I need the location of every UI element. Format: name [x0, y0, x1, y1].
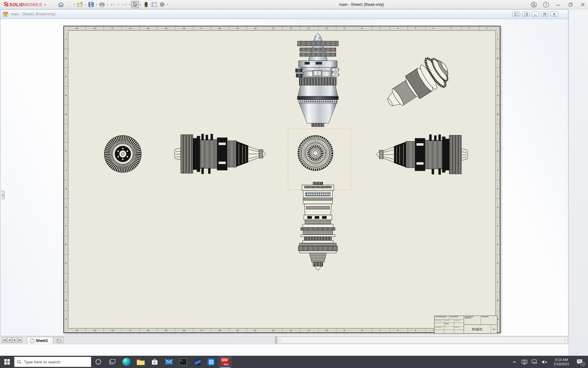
mail-button[interactable]	[162, 356, 176, 368]
zone-label: 19	[157, 26, 175, 30]
new-dropdown-arrow[interactable]: ▾	[73, 3, 76, 6]
zone-label: 4	[424, 26, 442, 30]
minimize-button[interactable]	[555, 1, 562, 8]
first-sheet-button[interactable]: |◀	[2, 337, 7, 343]
task-view-icon	[109, 359, 115, 365]
undo-dropdown-arrow[interactable]: ▾	[117, 3, 120, 6]
previous-sheet-icon: ◀	[9, 339, 10, 341]
task-pane-strip[interactable]	[568, 9, 588, 356]
options-button[interactable]	[158, 1, 166, 8]
options-dropdown-arrow[interactable]: ▾	[166, 3, 169, 6]
document-window-titlebar[interactable]: main - Sheet1 [Read-only]	[0, 9, 568, 19]
drawing-view-fan-front[interactable]	[103, 134, 142, 174]
doc-minimize-button[interactable]	[531, 12, 539, 17]
document-properties-button[interactable]	[150, 1, 158, 8]
clock-time: 9:16 AM	[554, 358, 569, 362]
menu-flyout-arrow-icon[interactable]: ▸	[45, 3, 46, 6]
help-button[interactable]: ?	[543, 1, 549, 8]
drawing-view-top-shaded[interactable]	[295, 33, 341, 128]
solidworks-logo[interactable]: SOLIDWORKS ▸	[0, 0, 49, 9]
volume-button[interactable]	[541, 357, 548, 366]
zone-label: 22	[104, 328, 121, 332]
select-tool-button[interactable]	[131, 1, 139, 8]
performance-evaluation-button[interactable]	[142, 1, 150, 8]
edge-button[interactable]	[119, 356, 134, 368]
title-block-size-code: A0	[491, 325, 497, 333]
drawing-view-side-right[interactable]	[376, 133, 468, 176]
graphics-area[interactable]: 242322212019181716151413121110987654321 …	[0, 19, 568, 336]
save-dropdown-arrow[interactable]: ▾	[95, 3, 98, 6]
action-center-button[interactable]: 1	[575, 357, 585, 366]
document-window-buttons	[512, 12, 558, 17]
redo-dropdown-arrow[interactable]: ▾	[128, 3, 131, 6]
pane-left-button[interactable]	[512, 12, 520, 17]
doc-restore-button[interactable]	[541, 12, 548, 17]
drawing-view-side-left[interactable]	[174, 132, 266, 176]
print-dropdown-arrow[interactable]: ▾	[106, 3, 109, 6]
open-button[interactable]	[76, 1, 84, 8]
photos-button[interactable]	[204, 356, 218, 368]
close-button[interactable]	[579, 1, 586, 8]
store-button[interactable]	[148, 356, 162, 368]
tab-scroll-splitter[interactable]	[275, 336, 277, 344]
edge-icon	[123, 358, 130, 366]
print-button[interactable]	[98, 1, 106, 8]
zone-label: 15	[228, 328, 246, 332]
undo-button[interactable]	[109, 1, 117, 8]
add-sheet-button[interactable]	[53, 337, 64, 344]
zone-label: C	[496, 273, 500, 291]
close-icon	[581, 3, 585, 6]
open-dropdown-arrow[interactable]: ▾	[84, 3, 87, 6]
system-tray: 9:16 AM 2/19/2021 1	[511, 357, 588, 366]
new-document-button[interactable]	[65, 1, 73, 8]
status-strip	[0, 344, 568, 356]
last-sheet-button[interactable]: ▶|	[18, 337, 22, 343]
account-button[interactable]	[530, 1, 537, 8]
select-dropdown-arrow[interactable]: ▾	[139, 3, 142, 6]
zone-label: 24	[68, 26, 86, 30]
scroll-right-icon[interactable]: ›	[564, 338, 566, 343]
document-title: main - Sheet1 [Read-only]	[11, 12, 55, 16]
network-button[interactable]	[531, 357, 538, 366]
drawing-view-isometric[interactable]	[381, 44, 464, 117]
zone-label: 23	[86, 26, 104, 30]
zone-label: 12	[282, 26, 300, 30]
search-input[interactable]	[24, 360, 85, 364]
terminal-button[interactable]: >_	[176, 356, 190, 368]
horizontal-scrollbar[interactable]: ‹ ›	[277, 337, 568, 343]
drawing-sheet[interactable]: 242322212019181716151413121110987654321 …	[63, 26, 500, 333]
clock-date: 2/19/2021	[554, 362, 569, 366]
zone-label: N	[496, 86, 500, 105]
zone-label: 9	[335, 328, 353, 332]
taskbar-clock[interactable]: 9:16 AM 2/19/2021	[551, 358, 572, 366]
drawing-view-rear-center[interactable]	[296, 134, 335, 172]
home-button[interactable]	[57, 1, 65, 8]
zone-label: 23	[86, 328, 104, 332]
taskbar-search[interactable]	[14, 357, 91, 367]
scroll-left-icon[interactable]: ‹	[279, 338, 281, 343]
zone-label: T	[496, 30, 500, 49]
show-hidden-icons-button[interactable]	[511, 357, 518, 366]
redo-button[interactable]	[120, 1, 128, 8]
next-sheet-button[interactable]: ▶	[13, 337, 17, 343]
select-cursor-icon	[133, 2, 137, 7]
save-button[interactable]	[87, 1, 95, 8]
tab-sheet1[interactable]: Sheet1	[27, 337, 53, 344]
meet-now-button[interactable]	[521, 357, 528, 366]
zone-label: L	[64, 124, 68, 142]
cortana-button[interactable]	[91, 356, 105, 368]
doc-close-button[interactable]	[550, 12, 558, 17]
sheet-drawing-field[interactable]: main A0	[68, 30, 496, 328]
title-block[interactable]: main A0	[434, 316, 497, 334]
drawing-view-bottom[interactable]	[297, 182, 339, 271]
task-view-button[interactable]	[105, 356, 119, 368]
previous-sheet-button[interactable]: ◀	[7, 337, 12, 343]
pane-right-button[interactable]	[522, 12, 530, 17]
edrawings-button[interactable]	[190, 356, 204, 368]
zone-label: H	[496, 179, 500, 198]
solidworks-taskbar-button[interactable]: SW 2021	[218, 356, 232, 368]
restore-button[interactable]	[567, 1, 574, 8]
start-button[interactable]	[0, 356, 14, 368]
file-explorer-button[interactable]	[134, 356, 148, 368]
panel-collapse-handle[interactable]: ◂	[1, 191, 5, 199]
